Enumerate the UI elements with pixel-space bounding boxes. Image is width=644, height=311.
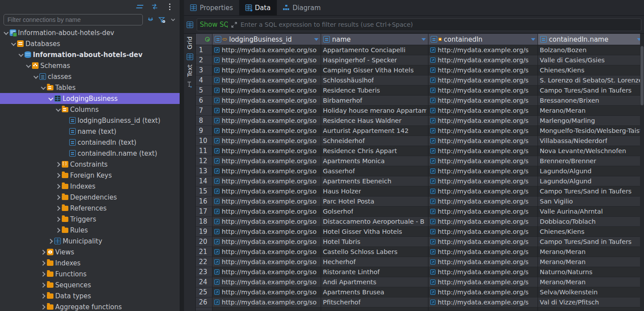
cell-name[interactable]: Aurturist Appartement 142 (321, 126, 428, 136)
cell-containedin-name[interactable]: S. Lorenzo di Sebato/St. Lorenzen (538, 75, 644, 86)
cell-lodgingbusiness-id[interactable]: ↗http://mydata.example.org/so (212, 45, 321, 55)
cell-containedin[interactable]: ↗http://mydata.example.org/s (428, 136, 538, 146)
tab-diagram[interactable]: Diagram (277, 0, 327, 15)
cell-containedin-name[interactable]: Lagundo/Algund (538, 166, 644, 176)
row-number[interactable]: 21 (196, 247, 212, 257)
row-number[interactable]: 10 (196, 136, 212, 146)
chevron-right-icon[interactable] (55, 216, 62, 223)
scrollbar-thumb[interactable] (640, 46, 644, 105)
cell-lodgingbusiness-id[interactable]: ↗http://mydata.example.org/so (212, 257, 321, 267)
tree-item-tables[interactable]: Tables (0, 82, 180, 93)
row-number[interactable]: 20 (196, 237, 212, 247)
tree-item-data-types[interactable]: Data types (0, 290, 180, 301)
cell-lodgingbusiness-id[interactable]: ↗http://mydata.example.org/so (212, 96, 321, 106)
row-number[interactable]: 22 (196, 257, 212, 267)
cell-lodgingbusiness-id[interactable]: ↗http://mydata.example.org/so (212, 227, 321, 237)
cell-containedin[interactable]: ↗http://mydata.example.org/s (428, 55, 538, 65)
cell-containedin-name[interactable]: Campo Tures/Sand in Taufers (538, 237, 644, 247)
cell-containedin-name[interactable]: Campo Tures/Sand in Taufers (538, 186, 644, 197)
cell-containedin-name[interactable]: Brennero/Brenner (538, 156, 644, 166)
cell-containedin-name[interactable]: San Vigilio (538, 197, 644, 207)
cell-lodgingbusiness-id[interactable]: ↗http://mydata.example.org/so (212, 267, 321, 277)
cell-lodgingbusiness-id[interactable]: ↗http://mydata.example.org/so (212, 156, 321, 166)
column-dropdown-icon[interactable] (421, 38, 426, 41)
cell-containedin-name[interactable]: Bressanone/Brixen (538, 96, 644, 106)
cell-containedin[interactable]: ↗http://mydata.example.org/s (428, 237, 538, 247)
filter-funnel-icon[interactable] (158, 16, 166, 24)
tree-item-functions[interactable]: Functions (0, 268, 180, 279)
cell-name[interactable]: Residence Chris Appart (321, 146, 428, 156)
cell-name[interactable]: Hotel Gisser Vitha Hotels (321, 227, 428, 237)
chevron-right-icon[interactable] (47, 238, 54, 245)
cell-containedin-name[interactable]: Campo Tures/Sand in Taufers (538, 86, 644, 96)
cell-containedin-name[interactable]: Merano/Meran (538, 106, 644, 116)
row-number[interactable]: 25 (196, 287, 212, 297)
cell-containedin[interactable]: ↗http://mydata.example.org/s (428, 96, 538, 106)
row-number[interactable]: 18 (196, 217, 212, 227)
cell-lodgingbusiness-id[interactable]: ↗http://mydata.example.org/so (212, 166, 321, 176)
cell-lodgingbusiness-id[interactable]: ↗http://mydata.example.org/so (212, 237, 321, 247)
cell-containedin-name[interactable]: Bolzano/Bozen (538, 45, 644, 55)
cell-containedin-name[interactable]: Villabassa/Niederdorf (538, 136, 644, 146)
plug-icon[interactable] (146, 16, 154, 24)
chevron-right-icon[interactable] (55, 227, 62, 234)
cell-containedin-name[interactable]: Merano/Meran (538, 257, 644, 267)
row-number[interactable]: 8 (196, 116, 212, 126)
cell-containedin-name[interactable]: Chienes/Kiens (538, 227, 644, 237)
tree-item-indexes[interactable]: Indexes (0, 181, 180, 192)
cell-containedin[interactable]: ↗http://mydata.example.org/s (428, 247, 538, 257)
cell-lodgingbusiness-id[interactable]: ↗http://mydata.example.org/so (212, 126, 321, 136)
cell-lodgingbusiness-id[interactable]: ↗http://mydata.example.org/so (212, 65, 321, 75)
cell-lodgingbusiness-id[interactable]: ↗http://mydata.example.org/so (212, 86, 321, 96)
cell-containedin[interactable]: ↗http://mydata.example.org/s (428, 106, 538, 116)
tree-item-indexes[interactable]: Indexes (0, 257, 180, 268)
text-presentation-icon[interactable] (187, 82, 193, 88)
cell-containedin[interactable]: ↗http://mydata.example.org/s (428, 197, 538, 207)
cell-containedin[interactable]: ↗http://mydata.example.org/s (428, 186, 538, 197)
column-header-lodgingbusiness-id[interactable]: lodgingBusiness_id (212, 34, 321, 45)
tree-item-views[interactable]: Views (0, 247, 180, 257)
column-header-containedin-name[interactable]: containedIn.name (538, 34, 644, 45)
cell-containedin[interactable]: ↗http://mydata.example.org/s (428, 45, 538, 55)
cell-containedin[interactable]: ↗http://mydata.example.org/s (428, 277, 538, 287)
tree-item-dependencies[interactable]: Dependencies (0, 192, 180, 203)
view-menu-icon[interactable] (166, 3, 173, 11)
row-number[interactable]: 1 (196, 45, 212, 55)
cell-name[interactable]: Distaccamento Aeroportuale - B (321, 217, 428, 227)
tree-item-name-text[interactable]: name (text) (0, 126, 180, 137)
chevron-right-icon[interactable] (40, 260, 47, 267)
cell-containedin-name[interactable]: Naturno/Naturns (538, 267, 644, 277)
cell-name[interactable]: Pfitscherhof (321, 297, 428, 307)
row-number[interactable]: 23 (196, 267, 212, 277)
chevron-right-icon[interactable] (40, 249, 47, 256)
cell-containedin[interactable]: ↗http://mydata.example.org/s (428, 227, 538, 237)
chevron-right-icon[interactable] (55, 172, 62, 179)
cell-containedin-name[interactable]: Dobbiaco/Toblach (538, 217, 644, 227)
tab-data[interactable]: Data (239, 0, 277, 15)
cell-containedin-name[interactable]: Val di Vizze/Pfitsch (538, 297, 644, 307)
cell-name[interactable]: Holiday house merano Appartame (321, 106, 428, 116)
cell-name[interactable]: Golserhof (321, 207, 428, 217)
chevron-down-icon[interactable] (55, 106, 62, 113)
tree-item-triggers[interactable]: Triggers (0, 214, 180, 225)
cell-lodgingbusiness-id[interactable]: ↗http://mydata.example.org/so (212, 136, 321, 146)
cell-lodgingbusiness-id[interactable]: ↗http://mydata.example.org/so (212, 116, 321, 126)
chevron-down-icon[interactable] (47, 95, 54, 102)
column-header-name[interactable]: name (321, 34, 428, 45)
tree-item-classes[interactable]: classes (0, 71, 180, 82)
cell-lodgingbusiness-id[interactable]: ↗http://mydata.example.org/so (212, 176, 321, 186)
cell-name[interactable]: Camping Gisser Vitha Hotels (321, 65, 428, 75)
row-number[interactable]: 17 (196, 207, 212, 217)
cell-name[interactable]: Residence Haus Waldner (321, 116, 428, 126)
tab-properties[interactable]: Properties (184, 0, 239, 15)
row-number[interactable]: 26 (196, 297, 212, 307)
chevron-down-icon[interactable] (32, 73, 39, 80)
cell-lodgingbusiness-id[interactable]: ↗http://mydata.example.org/so (212, 55, 321, 65)
expand-filter-icon[interactable] (231, 22, 237, 28)
chevron-right-icon[interactable] (40, 282, 47, 289)
tree-item-sequences[interactable]: Sequences (0, 279, 180, 290)
cell-containedin[interactable]: ↗http://mydata.example.org/s (428, 176, 538, 186)
grid-corner-cell[interactable] (196, 34, 212, 45)
cell-name[interactable]: Parc Hotel Posta (321, 197, 428, 207)
tree-item-lodgingbusiness[interactable]: LodgingBusiness (0, 93, 180, 104)
